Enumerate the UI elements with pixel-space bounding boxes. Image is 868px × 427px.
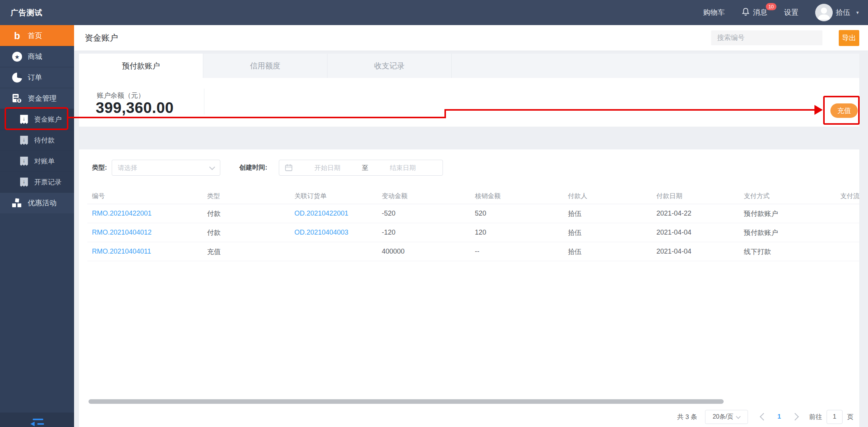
record-serial [836,242,859,261]
sidebar-item-label: 待付款 [34,136,55,145]
end-date-field[interactable]: 结束日期 [368,163,438,172]
cart-link[interactable]: 购物车 [703,8,725,17]
messages-badge: 10 [766,3,776,10]
type-select-placeholder: 请选择 [118,163,137,172]
avatar [815,4,833,21]
record-type: 付款 [202,204,290,223]
document-yen-icon: ¥ [12,94,22,103]
tab-income-expense-records[interactable]: 收支记录 [327,54,452,78]
col-header-change: 变动金额 [377,188,470,204]
sidebar-item-statement[interactable]: ↓ 对账单 [0,151,74,171]
record-change: -120 [377,223,470,242]
record-method: 线下打款 [739,242,836,261]
star-circle-icon: ★ [12,52,22,62]
page-unit-label: 页 [847,413,854,421]
sidebar-item-label: 资金管理 [28,94,57,103]
next-page-icon[interactable] [791,413,799,421]
record-serial [836,223,859,242]
record-payer: 拾伍 [563,204,652,223]
table-header-row: 编号 类型 关联订货单 变动金额 核销金额 付款人 付款日期 支付方式 支付流水 [87,188,859,204]
date-range-picker[interactable]: 开始日期 至 结束日期 [279,160,443,176]
sidebar-item-home[interactable]: b 首页 [0,25,74,46]
record-writeoff: 120 [470,223,563,242]
record-writeoff: -- [470,242,563,261]
receipt-icon: ↓ [19,177,29,187]
pagination: 共 3 条 20条/页 1 前往 页 [677,409,854,424]
page-size-select[interactable]: 20条/页 [705,410,748,424]
topbar-right: 购物车 消息 10 设置 拾伍 ▼ [703,0,860,25]
recharge-button[interactable]: 充值 [830,103,858,118]
table-row: RMO.20210404012 付款 OD.20210404003 -120 1… [87,223,859,242]
record-payer: 拾伍 [563,242,652,261]
record-id-link[interactable]: RMO.20210422001 [92,210,152,217]
record-change: -520 [377,204,470,223]
col-header-payer: 付款人 [563,188,652,204]
sidebar-item-invoice-records[interactable]: ↓ 开票记录 [0,171,74,192]
sidebar-footer [0,413,74,427]
record-id-link[interactable]: RMO.20210404011 [92,248,151,255]
record-method: 预付款账户 [739,204,836,223]
receipt-icon: ↓ [19,114,29,124]
search-input[interactable] [711,30,822,45]
record-type: 充值 [202,242,290,261]
horizontal-scrollbar[interactable] [89,399,724,404]
user-menu[interactable]: 拾伍 ▼ [815,4,860,21]
prev-page-icon[interactable] [760,413,767,421]
record-type: 付款 [202,223,290,242]
type-select[interactable]: 请选择 [112,160,220,176]
page-header: 资金账户 导出 [74,25,868,51]
records-table: 编号 类型 关联订货单 变动金额 核销金额 付款人 付款日期 支付方式 支付流水… [87,188,859,261]
range-separator: 至 [362,163,368,172]
balance-card: 账户余额（元） 399,360.00 充值 [79,78,859,127]
sidebar-item-orders[interactable]: 订单 [0,67,74,88]
export-button[interactable]: 导出 [839,30,859,46]
messages-label: 消息 [753,8,767,17]
clock-icon [12,73,22,83]
table-row: RMO.20210404011 充值 400000 -- 拾伍 2021-04-… [87,242,859,261]
sidebar-item-fund-management[interactable]: ¥ 资金管理 [0,88,74,109]
record-serial [836,204,859,223]
receipt-icon: ↓ [19,156,29,166]
blocks-icon [12,198,22,208]
page-size-value: 20条/页 [713,413,733,421]
record-id-link[interactable]: RMO.20210404012 [92,229,152,236]
record-method: 预付款账户 [739,223,836,242]
collapse-menu-icon[interactable] [30,419,46,427]
chevron-down-icon [209,164,215,170]
col-header-method: 支付方式 [739,188,836,204]
records-card: 类型: 请选择 创建时间: 开始日期 至 结束日期 编号 类型 关联订货单 [79,149,859,427]
messages-link[interactable]: 消息 10 [742,7,767,18]
col-header-date: 付款日期 [652,188,739,204]
order-link[interactable]: OD.20210422001 [294,210,348,217]
sidebar-item-label: 订单 [28,73,42,83]
divider [204,89,204,114]
order-link[interactable]: OD.20210404003 [294,229,348,236]
start-date-field[interactable]: 开始日期 [293,163,362,172]
page-number-current[interactable]: 1 [778,413,781,421]
col-header-type: 类型 [202,188,290,204]
sidebar-item-label: 资金账户 [34,115,62,124]
col-header-writeoff: 核销金额 [470,188,563,204]
col-header-order: 关联订货单 [290,188,377,204]
record-payer: 拾伍 [563,223,652,242]
record-writeoff: 520 [470,204,563,223]
sidebar-item-label: 对账单 [34,157,55,166]
page-title: 资金账户 [85,25,118,51]
balance-label: 账户余额（元） [97,91,145,100]
sidebar-item-promotions[interactable]: 优惠活动 [0,192,74,213]
sidebar-item-label: 首页 [28,31,42,41]
sidebar-item-mall[interactable]: ★ 商城 [0,46,74,67]
goto-page-input[interactable] [827,410,843,424]
sidebar-item-fund-account[interactable]: ↓ 资金账户 [0,109,74,130]
goto-label: 前往 [809,413,822,421]
brand-title: 广告测试 [11,0,43,25]
chevron-down-icon [736,414,741,419]
settings-link[interactable]: 设置 [784,8,798,17]
user-caret-icon: ▼ [855,10,860,15]
sidebar-item-pending-payment[interactable]: ↓ 待付款 [0,130,74,151]
tab-credit-limit[interactable]: 信用额度 [203,54,327,78]
tab-prepaid-account[interactable]: 预付款账户 [79,54,203,78]
record-change: 400000 [377,242,470,261]
calendar-icon [285,163,293,172]
topbar: 广告测试 购物车 消息 10 设置 拾伍 ▼ [0,0,868,25]
